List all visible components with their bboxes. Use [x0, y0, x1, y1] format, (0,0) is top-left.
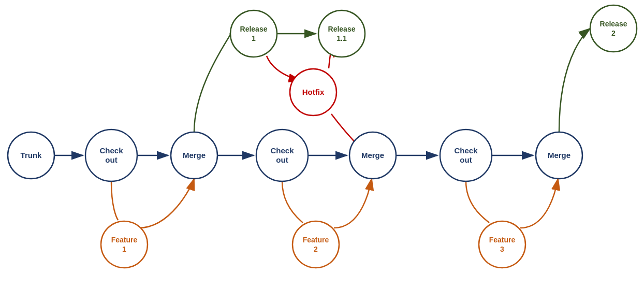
merge3-label: Merge [548, 151, 570, 160]
feature3-node [479, 221, 525, 268]
feature2-label2: 2 [314, 245, 318, 253]
feature1-label2: 1 [122, 245, 126, 253]
feature2-node [292, 221, 339, 268]
checkout3-label: Check [454, 146, 478, 155]
arrow-merge1-release1 [194, 34, 230, 132]
merge1-label: Merge [183, 151, 206, 160]
feature3-label2: 3 [500, 245, 504, 253]
feature1-node [101, 221, 148, 268]
arrow-merge3-release2 [559, 28, 590, 132]
release2-label2: 2 [611, 29, 616, 37]
release1-label2: 1 [252, 34, 256, 42]
trunk-label: Trunk [21, 151, 42, 160]
release11-label: Release [328, 25, 356, 33]
feature3-label: Feature [489, 236, 516, 244]
release2-node [590, 5, 637, 52]
release1-node [230, 10, 277, 57]
release1-label: Release [240, 25, 268, 33]
arrow-checkout2-feature2-down [282, 181, 303, 223]
feature1-label: Feature [111, 236, 138, 244]
arrow-feature3-merge3 [520, 179, 558, 228]
arrow-feature1-merge1 [139, 179, 194, 228]
checkout3-label2: out [460, 155, 472, 164]
checkout2-label: Check [270, 146, 294, 155]
release11-node [318, 10, 365, 57]
checkout1-label2: out [105, 155, 117, 164]
merge2-label: Merge [361, 151, 384, 160]
feature2-label: Feature [303, 236, 329, 244]
arrow-feature2-merge2 [334, 179, 372, 228]
arrow-checkout3-feature3-down [466, 181, 489, 223]
hotfix-label: Hotfix [302, 88, 325, 96]
checkout2-label2: out [276, 155, 288, 164]
release2-label: Release [600, 20, 627, 28]
checkout1-label: Check [99, 146, 123, 155]
release11-label2: 1.1 [336, 34, 347, 42]
arrow-checkout1-feature1-down [111, 181, 118, 220]
